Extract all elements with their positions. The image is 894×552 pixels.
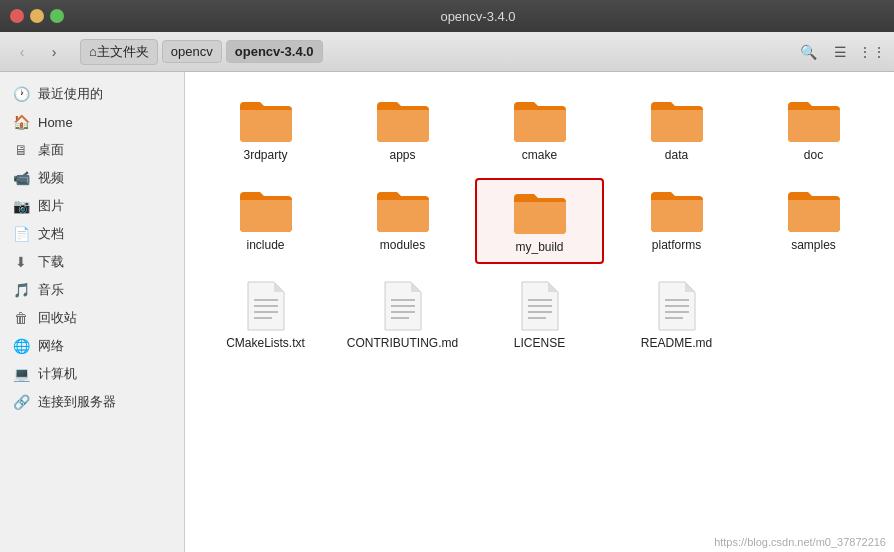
sidebar-item-network[interactable]: 🌐 网络 (0, 332, 184, 360)
toolbar: ‹ › ⌂主文件夹 opencv opencv-3.4.0 🔍 ☰ ⋮⋮ (0, 32, 894, 72)
window-title: opencv-3.4.0 (72, 9, 884, 24)
statusbar: https://blog.csdn.net/m0_37872216 (714, 536, 886, 548)
file-item-3rdparty[interactable]: 3rdparty (201, 88, 330, 170)
file-label-doc: doc (804, 148, 823, 162)
sidebar-label-video: 视频 (38, 169, 64, 187)
sidebar-item-downloads[interactable]: ⬇ 下载 (0, 248, 184, 276)
sidebar-item-trash[interactable]: 🗑 回收站 (0, 304, 184, 332)
sidebar-label-trash: 回收站 (38, 309, 77, 327)
sidebar-item-recent[interactable]: 🕐 最近使用的 (0, 80, 184, 108)
back-button[interactable]: ‹ (8, 38, 36, 66)
folder-icon-include (238, 186, 294, 234)
breadcrumb-home[interactable]: ⌂主文件夹 (80, 39, 158, 65)
folder-icon-my-build (512, 188, 568, 236)
folder-icon-samples (786, 186, 842, 234)
folder-icon-platforms (649, 186, 705, 234)
list-view-button[interactable]: ☰ (826, 38, 854, 66)
folder-icon-3rdparty (238, 96, 294, 144)
sidebar-label-recent: 最近使用的 (38, 85, 103, 103)
desktop-icon: 🖥 (12, 141, 30, 159)
computer-icon: 💻 (12, 365, 30, 383)
file-doc-icon-readme (655, 280, 699, 332)
statusbar-text: https://blog.csdn.net/m0_37872216 (714, 536, 886, 548)
sidebar-label-downloads: 下载 (38, 253, 64, 271)
sidebar-label-computer: 计算机 (38, 365, 77, 383)
file-label-license: LICENSE (514, 336, 565, 350)
music-icon: 🎵 (12, 281, 30, 299)
file-label-modules: modules (380, 238, 425, 252)
sidebar-label-music: 音乐 (38, 281, 64, 299)
folder-icon-cmake (512, 96, 568, 144)
forward-button[interactable]: › (40, 38, 68, 66)
sidebar-item-pictures[interactable]: 📷 图片 (0, 192, 184, 220)
close-button[interactable] (10, 9, 24, 23)
breadcrumb: ⌂主文件夹 opencv opencv-3.4.0 (80, 39, 782, 65)
breadcrumb-opencv340[interactable]: opencv-3.4.0 (226, 40, 323, 63)
file-item-apps[interactable]: apps (338, 88, 467, 170)
file-label-readme: README.md (641, 336, 712, 350)
titlebar: opencv-3.4.0 (0, 0, 894, 32)
sidebar-label-network: 网络 (38, 337, 64, 355)
folder-icon-apps (375, 96, 431, 144)
file-item-doc[interactable]: doc (749, 88, 878, 170)
file-label-samples: samples (791, 238, 836, 252)
file-doc-icon-license (518, 280, 562, 332)
toolbar-right: 🔍 ☰ ⋮⋮ (794, 38, 886, 66)
file-item-cmakelists[interactable]: CMakeLists.txt (201, 272, 330, 358)
file-item-readme[interactable]: README.md (612, 272, 741, 358)
sidebar-item-documents[interactable]: 📄 文档 (0, 220, 184, 248)
documents-icon: 📄 (12, 225, 30, 243)
folder-icon-modules (375, 186, 431, 234)
sidebar-item-computer[interactable]: 💻 计算机 (0, 360, 184, 388)
window-controls (10, 9, 64, 23)
sidebar-item-desktop[interactable]: 🖥 桌面 (0, 136, 184, 164)
file-item-contributing[interactable]: CONTRIBUTING.md (338, 272, 467, 358)
file-item-samples[interactable]: samples (749, 178, 878, 264)
file-doc-icon-contributing (381, 280, 425, 332)
network-icon: 🌐 (12, 337, 30, 355)
sidebar-label-documents: 文档 (38, 225, 64, 243)
pictures-icon: 📷 (12, 197, 30, 215)
file-doc-icon-cmakelists (244, 280, 288, 332)
trash-icon: 🗑 (12, 309, 30, 327)
file-item-data[interactable]: data (612, 88, 741, 170)
main-area: 🕐 最近使用的 🏠 Home 🖥 桌面 📹 视频 📷 图片 📄 文档 (0, 72, 894, 552)
sidebar-label-desktop: 桌面 (38, 141, 64, 159)
file-label-cmake: cmake (522, 148, 557, 162)
file-item-cmake[interactable]: cmake (475, 88, 604, 170)
sidebar-item-connect[interactable]: 🔗 连接到服务器 (0, 388, 184, 416)
file-item-license[interactable]: LICENSE (475, 272, 604, 358)
home-icon: 🏠 (12, 113, 30, 131)
file-label-include: include (246, 238, 284, 252)
file-grid: 3rdparty apps (201, 88, 878, 358)
recent-icon: 🕐 (12, 85, 30, 103)
file-label-3rdparty: 3rdparty (243, 148, 287, 162)
connect-icon: 🔗 (12, 393, 30, 411)
sidebar-item-home[interactable]: 🏠 Home (0, 108, 184, 136)
file-label-data: data (665, 148, 688, 162)
sidebar-item-video[interactable]: 📹 视频 (0, 164, 184, 192)
window-wrapper: opencv-3.4.0 ‹ › ⌂主文件夹 opencv opencv-3.4… (0, 0, 894, 552)
downloads-icon: ⬇ (12, 253, 30, 271)
file-area: 3rdparty apps (185, 72, 894, 552)
sidebar-label-home: Home (38, 115, 73, 130)
breadcrumb-opencv[interactable]: opencv (162, 40, 222, 63)
sidebar: 🕐 最近使用的 🏠 Home 🖥 桌面 📹 视频 📷 图片 📄 文档 (0, 72, 185, 552)
file-item-modules[interactable]: modules (338, 178, 467, 264)
file-label-my-build: my_build (515, 240, 563, 254)
minimize-button[interactable] (30, 9, 44, 23)
folder-icon-data (649, 96, 705, 144)
file-item-my-build[interactable]: my_build (475, 178, 604, 264)
file-label-contributing: CONTRIBUTING.md (347, 336, 458, 350)
file-item-platforms[interactable]: platforms (612, 178, 741, 264)
sidebar-item-music[interactable]: 🎵 音乐 (0, 276, 184, 304)
maximize-button[interactable] (50, 9, 64, 23)
search-button[interactable]: 🔍 (794, 38, 822, 66)
video-icon: 📹 (12, 169, 30, 187)
grid-view-button[interactable]: ⋮⋮ (858, 38, 886, 66)
sidebar-label-pictures: 图片 (38, 197, 64, 215)
file-label-cmakelists: CMakeLists.txt (226, 336, 305, 350)
file-label-platforms: platforms (652, 238, 701, 252)
file-item-include[interactable]: include (201, 178, 330, 264)
file-label-apps: apps (389, 148, 415, 162)
